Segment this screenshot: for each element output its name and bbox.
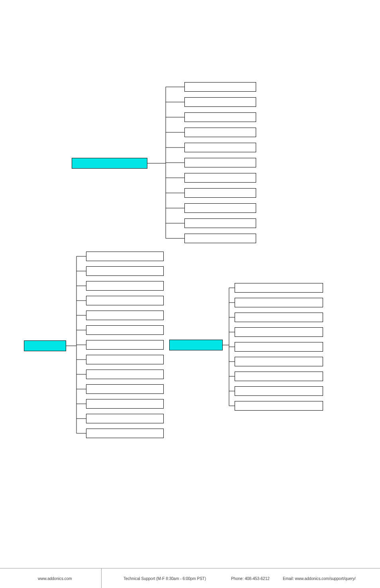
child-right-6 [235,372,323,381]
child-left-1 [86,266,164,276]
child-top-7 [184,188,256,198]
footer-phone: Phone: 408-453-6212 [231,576,270,581]
footer-support: Technical Support (M-F 8:30am - 6:00pm P… [123,576,206,581]
child-right-2 [235,313,323,322]
child-right-3 [235,327,323,337]
root-top [72,158,147,169]
child-left-11 [86,414,164,423]
child-top-4 [184,143,256,152]
child-top-10 [184,234,256,243]
child-right-1 [235,298,323,307]
child-left-7 [86,355,164,364]
child-right-0 [235,283,323,293]
child-top-6 [184,173,256,183]
child-left-8 [86,370,164,379]
footer-email: Email: www.addonics.com/support/query/ [283,576,356,581]
child-right-4 [235,342,323,352]
root-right [169,340,223,350]
child-left-2 [86,281,164,291]
child-left-4 [86,311,164,320]
child-left-10 [86,399,164,409]
child-top-9 [184,218,256,228]
child-top-8 [184,203,256,213]
child-left-0 [86,252,164,261]
child-top-2 [184,112,256,122]
child-left-6 [86,340,164,350]
child-right-8 [235,401,323,411]
child-top-3 [184,128,256,137]
child-right-7 [235,386,323,396]
child-top-5 [184,158,256,167]
footer: www.addonics.com Technical Support (M-F … [0,568,380,588]
child-left-3 [86,296,164,305]
child-right-5 [235,357,323,366]
child-left-5 [86,325,164,335]
child-top-0 [184,82,256,92]
footer-website: www.addonics.com [38,576,72,581]
child-left-12 [86,429,164,438]
root-left [24,340,66,351]
child-left-9 [86,384,164,394]
child-top-1 [184,97,256,107]
